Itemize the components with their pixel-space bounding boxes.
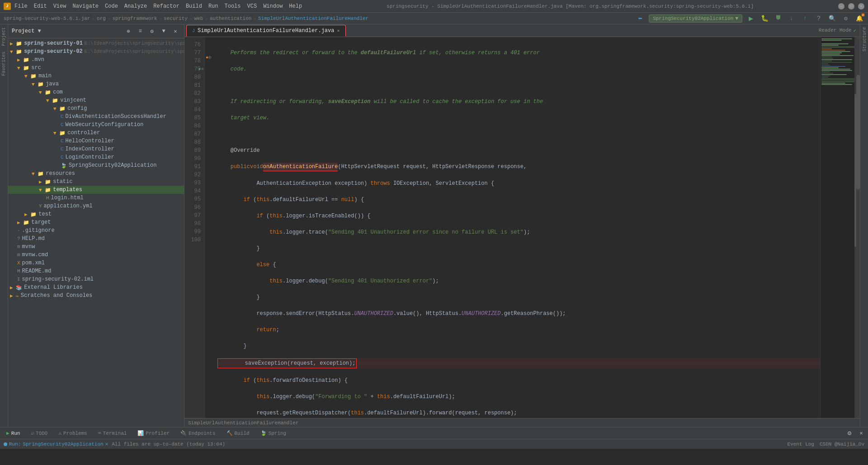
settings-icon[interactable]: ⚙ — [841, 14, 851, 23]
tree-item-mvn[interactable]: ▶ 📁 .mvn — [8, 56, 184, 64]
vertical-scrollbar[interactable] — [856, 37, 860, 418]
menu-window[interactable]: Window — [263, 3, 283, 9]
tree-item-vinjcent[interactable]: ▼ 📁 vinjcent — [8, 96, 184, 104]
menu-build[interactable]: Build — [186, 3, 202, 9]
sidebar-settings-icon[interactable]: ⚙ — [147, 26, 157, 36]
spring-tab-icon: 🍃 — [260, 430, 267, 436]
coverage-button[interactable]: ⛊ — [773, 14, 783, 23]
profiler-tab-label: Profiler — [146, 431, 170, 436]
menu-analyze[interactable]: Analyze — [124, 3, 147, 9]
tree-item-scratches[interactable]: ▶ ✏ Scratches and Consoles — [8, 291, 184, 300]
profiler-tab[interactable]: 📊 Profiler — [133, 429, 174, 437]
tree-item-test[interactable]: ▶ 📁 test — [8, 210, 184, 218]
tree-item-help-md[interactable]: ? HELP.md — [8, 235, 184, 243]
tree-item-com[interactable]: ▼ 📁 com — [8, 88, 184, 96]
terminal-tab[interactable]: ⌨ Terminal — [94, 429, 131, 437]
sidebar-gear-icon[interactable]: ▼ — [159, 26, 169, 36]
menu-file[interactable]: File — [14, 3, 28, 9]
tree-item-iml[interactable]: I spring-security-02.iml — [8, 275, 184, 283]
structure-panel-tab[interactable]: Structure — [860, 24, 868, 54]
git-push-icon[interactable]: ↑ — [800, 14, 810, 23]
tree-label: config — [67, 105, 87, 112]
breadcrumb-authentication[interactable]: authentication — [210, 16, 251, 21]
menu-refactor[interactable]: Refactor — [153, 3, 179, 9]
tree-item-web-security[interactable]: C WebSecurityConfiguration — [8, 121, 184, 129]
tree-item-gitignore[interactable]: · .gitignore — [8, 226, 184, 235]
tree-item-spring-security-02[interactable]: ▼ 📁 spring-security-02 E:\IdeaProjects\s… — [8, 47, 184, 56]
code-content[interactable]: Performs the redirect or forward to the … — [214, 37, 820, 418]
tree-item-index-controller[interactable]: C IndexController — [8, 145, 184, 153]
menu-help[interactable]: Help — [289, 3, 302, 9]
build-tab[interactable]: 🔨 Build — [222, 429, 254, 437]
close-button[interactable]: ✕ — [858, 3, 864, 9]
bottom-close-icon[interactable]: ✕ — [856, 428, 866, 438]
tree-item-pom-xml[interactable]: X pom.xml — [8, 259, 184, 267]
code-line-86: } — [217, 293, 820, 301]
code-line-77: @Override — [217, 146, 820, 155]
run-status-app[interactable]: SpringSecurity02Application — [23, 442, 103, 447]
minimap[interactable] — [820, 37, 856, 418]
tree-item-spring-security-01[interactable]: ▶ 📁 spring-security-01 E:\IdeaProjects\s… — [8, 39, 184, 47]
tree-item-mvnw-cmd[interactable]: m mvnw.cmd — [8, 251, 184, 259]
tree-item-mvnw[interactable]: m mvnw — [8, 243, 184, 251]
run-status-close-icon[interactable]: ✕ — [105, 441, 108, 447]
breadcrumb-web[interactable]: web — [194, 16, 203, 21]
tree-item-main[interactable]: ▼ 📁 main — [8, 72, 184, 80]
help-icon[interactable]: ? — [814, 14, 824, 23]
tree-item-application-yml[interactable]: Y application.yml — [8, 202, 184, 210]
breadcrumb-jar[interactable]: spring-security-web-5.6.1.jar — [4, 16, 90, 21]
run-button[interactable]: ▶ — [746, 14, 756, 23]
tree-item-div-auth[interactable]: C DivAuthenticationSuccessHandler — [8, 113, 184, 121]
tree-item-controller[interactable]: ▼ 📁 controller — [8, 129, 184, 137]
run-config-selector[interactable]: SpringSecurity02Application ▼ — [649, 14, 742, 23]
tree-item-config[interactable]: ▼ 📁 config — [8, 104, 184, 113]
menu-tools[interactable]: Tools — [225, 3, 241, 9]
project-panel-tab[interactable]: Project — [0, 24, 7, 49]
breadcrumb-org[interactable]: org — [97, 16, 106, 21]
reader-mode-check-icon[interactable]: ✓ — [853, 28, 856, 33]
maximize-button[interactable]: □ — [848, 3, 854, 9]
bottom-settings-icon[interactable]: ⚙ — [844, 428, 854, 438]
menu-navigate[interactable]: Navigate — [72, 3, 99, 9]
tree-item-hello-controller[interactable]: C HelloController — [8, 137, 184, 145]
tree-item-resources[interactable]: ▼ 📁 resources — [8, 169, 184, 178]
editor-tab-simple-url[interactable]: J SimpleUrlAuthenticationFailureHandler.… — [186, 25, 346, 37]
breadcrumb-class[interactable]: SimpleUrlAuthenticationFailureHandler — [258, 16, 368, 21]
scrollbar-thumb[interactable] — [856, 75, 860, 189]
tree-item-target[interactable]: ▶ 📁 target — [8, 218, 184, 226]
sidebar-locate-icon[interactable]: ⊕ — [123, 26, 133, 36]
search-everywhere-icon[interactable]: 🔍 — [827, 14, 837, 23]
run-tab[interactable]: ▶ Run — [2, 429, 24, 437]
notifications-icon[interactable]: 🔔 — [854, 14, 864, 23]
menu-vcs[interactable]: VCS — [247, 3, 257, 9]
minimize-button[interactable]: — — [838, 3, 844, 9]
tree-item-static[interactable]: ▶ 📁 static — [8, 178, 184, 186]
tree-item-readme-md[interactable]: M README.md — [8, 267, 184, 275]
debug-button[interactable]: 🐛 — [760, 14, 769, 23]
window-title: springsecurity - SimpleUrlAuthentication… — [302, 4, 838, 9]
menu-edit[interactable]: Edit — [34, 3, 47, 9]
tab-close-icon[interactable]: ✕ — [337, 28, 340, 33]
endpoints-tab[interactable]: 🔌 Endpoints — [176, 429, 220, 437]
tree-item-external-libs[interactable]: ▶ 📚 External Libraries — [8, 283, 184, 291]
spring-tab[interactable]: 🍃 Spring — [256, 429, 291, 437]
tree-item-spring-app[interactable]: 🍃 SpringSecurity02Application — [8, 161, 184, 169]
tree-item-java[interactable]: ▼ 📁 java — [8, 80, 184, 88]
breadcrumb-security[interactable]: security — [164, 16, 188, 21]
menu-run[interactable]: Run — [208, 3, 218, 9]
sidebar-collapse-icon[interactable]: ≡ — [135, 26, 145, 36]
tree-item-login-controller[interactable]: C LoginController — [8, 153, 184, 161]
tree-item-src[interactable]: ▼ 📁 src — [8, 64, 184, 72]
menu-code[interactable]: Code — [105, 3, 118, 9]
tree-item-templates[interactable]: ▼ 📁 templates — [8, 186, 184, 194]
breadcrumb-springframework[interactable]: springframework — [112, 16, 157, 21]
problems-tab[interactable]: ⚠ Problems — [54, 429, 91, 437]
sidebar-close-icon[interactable]: ✕ — [170, 26, 180, 36]
event-log-link[interactable]: Event Log — [788, 442, 814, 447]
tree-item-login-html[interactable]: H login.html — [8, 194, 184, 202]
git-update-icon[interactable]: ↓ — [787, 14, 797, 23]
navigate-back-icon[interactable]: ⬅ — [635, 14, 645, 23]
todo-tab[interactable]: ☑ TODO — [26, 429, 52, 437]
menu-view[interactable]: View — [53, 3, 66, 9]
favorites-panel-tab[interactable]: Favorites — [0, 49, 7, 79]
